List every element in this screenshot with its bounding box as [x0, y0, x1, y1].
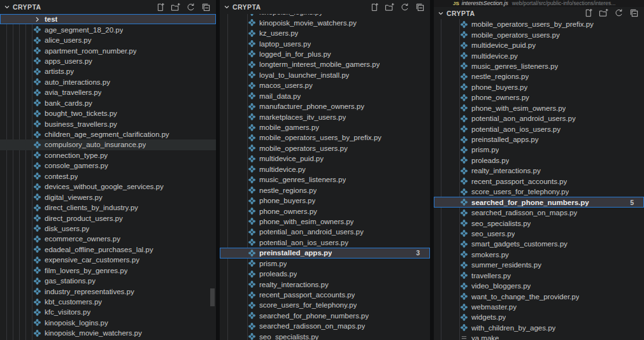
tree-item[interactable]: business_travellers.py: [0, 118, 216, 129]
tree-item[interactable]: preinstalled_apps.py: [434, 134, 644, 145]
tree-item[interactable]: console_gamers.py: [0, 160, 216, 171]
tree-item[interactable]: mobile_operators_users_by_prefix.py: [220, 132, 430, 143]
tree-item[interactable]: searched_for_phone_numbers.py5: [434, 197, 644, 207]
tree-item[interactable]: kz_users.py: [220, 28, 430, 38]
refresh-icon[interactable]: [614, 8, 624, 18]
tree-item[interactable]: smokers.py: [434, 250, 644, 260]
tree-item[interactable]: mobile_operators_users.py: [434, 29, 644, 39]
tree-item[interactable]: prism.py: [434, 145, 644, 155]
tree-item[interactable]: seo_specialists.py: [434, 218, 644, 228]
tree-item[interactable]: manufacturer_phone_owners.py: [220, 101, 430, 111]
tree-item[interactable]: phone_with_esim_owners.py: [434, 103, 644, 113]
tree-item[interactable]: macos_users.py: [220, 80, 430, 90]
tree-item[interactable]: with_children_by_ages.py: [434, 323, 644, 333]
tree-item[interactable]: kinopoisk_logins.py: [0, 318, 216, 328]
tree-item[interactable]: phone_buyers.py: [434, 82, 644, 92]
tree-item[interactable]: mobile_operators_users_by_prefix.py: [434, 19, 644, 29]
tree-item[interactable]: realty_interactions.py: [220, 279, 430, 289]
tree-item[interactable]: music_genres_listeners.py: [434, 61, 644, 71]
tree-item[interactable]: music_genres_listeners.py: [220, 174, 430, 185]
tree-item[interactable]: phone_with_esim_owners.py: [220, 216, 430, 227]
tree-item[interactable]: kinopoisk_movie_watchers.py: [220, 17, 430, 27]
tree-item[interactable]: apartment_room_number.py: [0, 45, 216, 55]
tree-item[interactable]: connection_type.py: [0, 150, 216, 160]
tree-item[interactable]: longterm_interest_mobile_gamers.py: [220, 59, 430, 69]
collapse-all-icon[interactable]: [201, 3, 211, 12]
tree-item[interactable]: industry_representatives.py: [0, 286, 216, 296]
tree-item[interactable]: artists.py: [0, 66, 216, 76]
tree-item[interactable]: nestle_regions.py: [220, 185, 430, 195]
tree-item[interactable]: proleads.py: [220, 269, 430, 279]
tree-item[interactable]: phone_owners.py: [220, 206, 430, 216]
tree-item[interactable]: nestle_regions.py: [434, 71, 644, 81]
new-file-icon[interactable]: [583, 8, 593, 18]
tree-item[interactable]: bought_two_tickets.py: [0, 108, 216, 118]
tree-item[interactable]: want_to_change_the_provider.py: [434, 291, 644, 301]
tree-item[interactable]: webmaster.py: [434, 302, 644, 312]
tree-item[interactable]: expensive_car_customers.py: [0, 255, 216, 265]
tree-item[interactable]: smart_gadgets_customers.py: [434, 239, 644, 249]
tree-item[interactable]: proleads.py: [434, 155, 644, 166]
tree-item[interactable]: gas_stations.py: [0, 276, 216, 286]
tree-item[interactable]: test: [0, 14, 216, 24]
explorer-section-header[interactable]: CRYPTA: [434, 7, 644, 19]
new-folder-icon[interactable]: [599, 8, 608, 18]
tree-item[interactable]: devices_without_google_services.py: [0, 181, 216, 192]
tree-item[interactable]: apps_users.py: [0, 56, 216, 66]
tree-item[interactable]: multidevice_puid.py: [220, 153, 430, 164]
tree-item[interactable]: travellers.py: [434, 271, 644, 281]
tree-item[interactable]: realty_interactions.py: [434, 166, 644, 176]
tree-item[interactable]: edadeal_offline_purchases_lal.py: [0, 244, 216, 255]
tree-item[interactable]: mobile_operators_users.py: [220, 143, 430, 153]
tree-item[interactable]: video_bloggers.py: [434, 281, 644, 291]
new-file-icon[interactable]: [155, 3, 165, 12]
new-file-icon[interactable]: [369, 3, 379, 12]
tree-item[interactable]: recent_passport_accounts.py: [220, 290, 430, 300]
tree-item[interactable]: widgets.py: [434, 312, 644, 322]
tree-item[interactable]: ya.make: [434, 333, 644, 340]
tree-item[interactable]: disk_users.py: [0, 223, 216, 234]
tree-item[interactable]: searched_radisson_on_maps.py: [220, 321, 430, 331]
scrollbar-thumb[interactable]: [210, 288, 215, 306]
tree-item[interactable]: searched_radisson_on_maps.py: [434, 208, 644, 218]
tree-item[interactable]: kbt_customers.py: [0, 297, 216, 307]
tree-item[interactable]: potential_aon_ios_users.py: [434, 124, 644, 134]
tree-item[interactable]: searched_for_phone_numbers.py: [220, 311, 430, 321]
tree-item[interactable]: film_lovers_by_genres.py: [0, 266, 216, 276]
tree-item[interactable]: avia_travellers.py: [0, 87, 216, 97]
tree-item[interactable]: kinopoisk_movie_watchers.py: [0, 328, 216, 338]
tree-item[interactable]: seo_users.py: [434, 229, 644, 239]
tree-item[interactable]: mail_data.py: [220, 91, 430, 101]
tree-item[interactable]: age_segment_18_20.py: [0, 24, 216, 34]
explorer-section-header[interactable]: CRYPTA: [220, 0, 430, 14]
tree-item[interactable]: prism.py: [220, 259, 430, 269]
tree-item[interactable]: kfc_visitors.py: [0, 307, 216, 317]
tree-item[interactable]: score_users_for_telephony.py: [220, 300, 430, 310]
tree-item[interactable]: loyal_to_launcher_install.py: [220, 70, 430, 80]
tree-item[interactable]: bank_cards.py: [0, 98, 216, 108]
refresh-icon[interactable]: [186, 3, 196, 12]
new-folder-icon[interactable]: [385, 3, 394, 12]
tree-item[interactable]: potential_aon_ios_users.py: [220, 237, 430, 248]
tree-item[interactable]: phone_owners.py: [434, 92, 644, 103]
editor-tab[interactable]: JS interestsSection.js web/portal/src/pu…: [434, 0, 644, 7]
tree-item[interactable]: digital_viewers.py: [0, 192, 216, 202]
tree-item[interactable]: direct_clients_by_industry.py: [0, 202, 216, 213]
tree-item[interactable]: multidevice_puid.py: [434, 40, 644, 50]
tree-item[interactable]: direct_product_users.py: [0, 213, 216, 223]
tree-item[interactable]: laptop_users.py: [220, 38, 430, 48]
refresh-icon[interactable]: [400, 3, 410, 12]
explorer-section-header[interactable]: CRYPTA: [0, 0, 216, 14]
tree-item[interactable]: marketplaces_itv_users.py: [220, 111, 430, 122]
tree-item[interactable]: contest.py: [0, 171, 216, 181]
tree-item[interactable]: multidevice.py: [434, 50, 644, 60]
new-folder-icon[interactable]: [171, 3, 180, 12]
tree-item[interactable]: children_age_segment_clarification.py: [0, 129, 216, 139]
collapse-all-icon[interactable]: [415, 3, 425, 12]
tree-item[interactable]: phone_buyers.py: [220, 195, 430, 206]
tree-item[interactable]: seo_specialists.py: [220, 332, 430, 340]
tree-item[interactable]: recent_passport_accounts.py: [434, 176, 644, 187]
tree-item[interactable]: summer_residents.py: [434, 260, 644, 270]
tree-item[interactable]: potential_aon_android_users.py: [220, 227, 430, 237]
tree-item[interactable]: compulsory_auto_insurance.py: [0, 139, 216, 150]
